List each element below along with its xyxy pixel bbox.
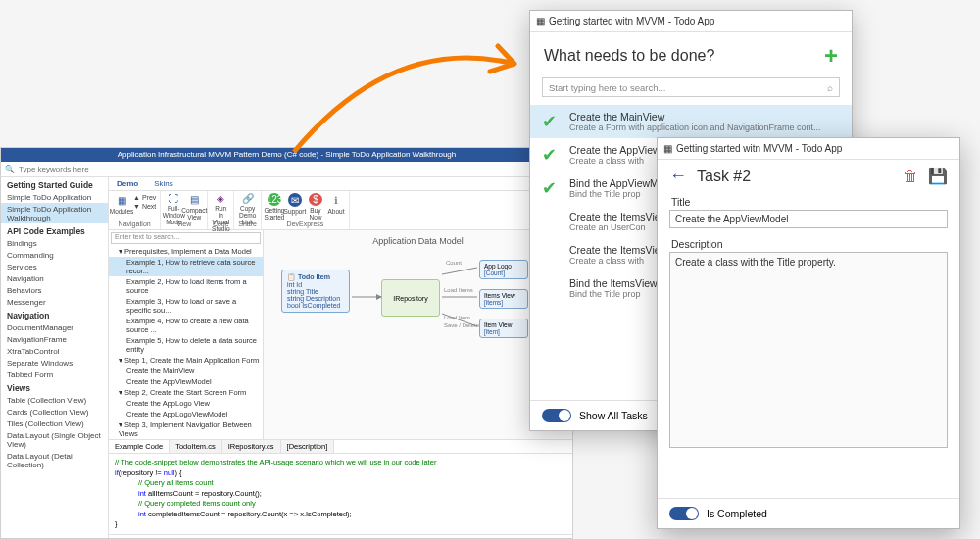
sidebar-item[interactable]: DocumentManager — [1, 321, 108, 333]
buy-button[interactable]: $Buy Now — [307, 193, 324, 220]
sidebar-h4: Views — [1, 380, 108, 394]
sidebar-item[interactable]: Data Layout (Detail Collection) — [1, 450, 108, 470]
app-icon: ▦ — [536, 16, 545, 26]
tree-item[interactable]: Create the MainView — [109, 366, 263, 376]
sidebar-item[interactable]: Table (Collection View) — [1, 394, 108, 406]
ribbon-group-label: Code — [212, 220, 229, 227]
runvs-button[interactable]: ◈Run in Visual Studio — [212, 193, 229, 220]
completed-toggle[interactable] — [669, 507, 699, 520]
code-tab[interactable]: IRepository.cs — [222, 440, 281, 453]
sidebar-h2: API Code Examples — [1, 223, 108, 237]
sidebar-item-selected[interactable]: Simple ToDo Application Walkthrough — [1, 203, 108, 223]
ribbon-group-label: Share — [238, 220, 257, 227]
task-row[interactable]: ✔ Create the MainView Create a Form with… — [530, 105, 852, 138]
search-icon: ⌕ — [827, 82, 833, 93]
tree-group[interactable]: ▾ Prerequisites, Implement a Data Model — [109, 246, 263, 257]
desc-textarea[interactable]: Create a class with the Title property. — [669, 252, 948, 448]
task-title: Bind the ItemsView — [569, 277, 658, 289]
ide-sidebar: Getting Started Guide Simple ToDo Applic… — [1, 177, 109, 538]
task-title: Create the MainView — [569, 111, 821, 122]
tree-item[interactable]: Example 2, How to load items from a sour… — [109, 276, 263, 296]
sidebar-item[interactable]: Behaviors — [1, 284, 108, 296]
tree-search[interactable]: Enter text to search... — [111, 232, 261, 244]
fullwindow-button[interactable]: ⛶Full-Window Mode — [165, 193, 182, 220]
task-heading: Task #2 — [697, 168, 893, 185]
modules-button[interactable]: ▦Modules — [113, 193, 130, 220]
add-task-button[interactable]: + — [824, 42, 838, 70]
compact-button[interactable]: ▤Compact View — [185, 193, 203, 220]
copylink-button[interactable]: 🔗Copy Demo Link — [239, 193, 257, 220]
diagram-canvas: Application Data Model 📋 Todo Item int I… — [264, 230, 572, 439]
sidebar-item[interactable]: Navigation — [1, 272, 108, 284]
sidebar-h1: Getting Started Guide — [1, 177, 108, 191]
sidebar-item[interactable]: NavigationFrame — [1, 333, 108, 345]
task-desc: Create a class with — [569, 156, 661, 166]
showall-toggle[interactable] — [542, 409, 571, 422]
task-desc: Create an UserCon — [569, 222, 661, 232]
tree-item[interactable]: Example 5, How to delete a data source e… — [109, 335, 263, 355]
code-tab[interactable]: TodoItem.cs — [170, 440, 221, 453]
example-tree: Enter text to search... ▾ Prerequisites,… — [109, 230, 264, 439]
back-button[interactable]: ← — [669, 166, 687, 186]
task-desc: Bind the Title prop — [569, 189, 659, 199]
sidebar-item[interactable]: Tabbed Form — [1, 368, 108, 380]
todo1-title: Getting started witn MVVM - Todo App — [549, 16, 714, 26]
code-editor[interactable]: // The code-snippet below demonstrates t… — [109, 454, 572, 534]
sidebar-item[interactable]: Services — [1, 261, 108, 272]
tree-item-selected[interactable]: Example 1, How to retrieve data source r… — [109, 257, 263, 276]
ribbon-tab-skins[interactable]: Skins — [146, 177, 181, 190]
tree-item[interactable]: Create the AppViewModel — [109, 376, 263, 387]
tree-group[interactable]: ▾ Step 1, Create the Main Application Fo… — [109, 355, 263, 366]
sidebar-item[interactable]: Cards (Collection View) — [1, 406, 108, 417]
about-button[interactable]: ℹAbout — [327, 193, 345, 220]
support-button[interactable]: ✉Support — [286, 193, 304, 220]
todo2-footer: Is Completed — [658, 498, 959, 528]
tree-item[interactable]: Create the AppLogoViewModel — [109, 409, 263, 419]
ribbon: ▦Modules ▲ Prev ▼ Next Navigation ⛶Full-… — [109, 191, 572, 230]
next-button[interactable]: ▼ Next — [133, 202, 156, 211]
code-tab[interactable]: [Description] — [281, 440, 335, 453]
sidebar-item[interactable]: Bindings — [1, 237, 108, 249]
task-title: Create the ItemsVie — [569, 244, 661, 256]
diagram-repo-box: IRepository — [381, 279, 440, 317]
task-detail-window: ▦ Getting started witn MVVM - Todo App ←… — [657, 137, 960, 529]
ide-search-input[interactable] — [19, 165, 568, 173]
tree-item[interactable]: Example 4, How to create a new data sour… — [109, 316, 263, 335]
code-tab[interactable]: Example Code — [109, 440, 170, 453]
sidebar-item[interactable]: Commanding — [1, 249, 108, 261]
diagram-items-box: Items View[items] — [479, 289, 528, 309]
task-desc: Create a Form with application icon and … — [569, 122, 821, 132]
sidebar-item[interactable]: Separate Windows — [1, 357, 108, 368]
completed-label: Is Completed — [707, 508, 767, 519]
edge-label: Load Item — [444, 315, 470, 320]
sidebar-item[interactable]: XtraTabControl — [1, 345, 108, 357]
ribbon-group-label: View — [165, 220, 203, 227]
todo2-title: Getting started witn MVVM - Todo App — [676, 143, 842, 154]
task-title: Create the ItemsVie — [569, 211, 661, 222]
save-icon[interactable]: 💾 — [928, 167, 948, 185]
todo-search[interactable]: Start typing here to search... ⌕ — [542, 77, 840, 97]
task-title: Create the AppView — [569, 144, 661, 156]
tree-group[interactable]: ▾ Step 3, Implement Navigation Between V… — [109, 419, 263, 439]
getting-started-button[interactable]: 123Getting Started — [266, 193, 283, 220]
edge-label: Load Items — [444, 287, 473, 293]
ide-searchbar: 🔍 — [1, 162, 572, 177]
sidebar-item[interactable]: Tiles (Collection View) — [1, 417, 108, 429]
ide-title-text: Application Infrastructural MVVM Pattern… — [118, 150, 456, 159]
check-icon: ✔ — [542, 111, 562, 132]
sidebar-item[interactable]: Simple ToDo Application — [1, 191, 108, 203]
sidebar-item[interactable]: Messenger — [1, 296, 108, 308]
check-icon: ✔ — [542, 144, 562, 166]
svg-line-1 — [442, 268, 477, 274]
todo2-titlebar: ▦ Getting started witn MVVM - Todo App — [658, 138, 959, 160]
task-title: Bind the AppViewM — [569, 177, 659, 189]
tree-item[interactable]: Create the AppLogo View — [109, 398, 263, 409]
sidebar-item[interactable]: Data Layout (Single Object View) — [1, 429, 108, 450]
check-icon: ✔ — [542, 177, 562, 199]
tree-group[interactable]: ▾ Step 2, Create the Start Screen Form — [109, 387, 263, 398]
prev-button[interactable]: ▲ Prev — [133, 193, 156, 202]
title-input[interactable]: Create the AppViewModel — [669, 210, 948, 228]
delete-icon[interactable]: 🗑 — [903, 168, 918, 185]
ribbon-tab-demo[interactable]: Demo — [109, 177, 146, 190]
tree-item[interactable]: Example 3, How to load or save a specifi… — [109, 296, 263, 316]
